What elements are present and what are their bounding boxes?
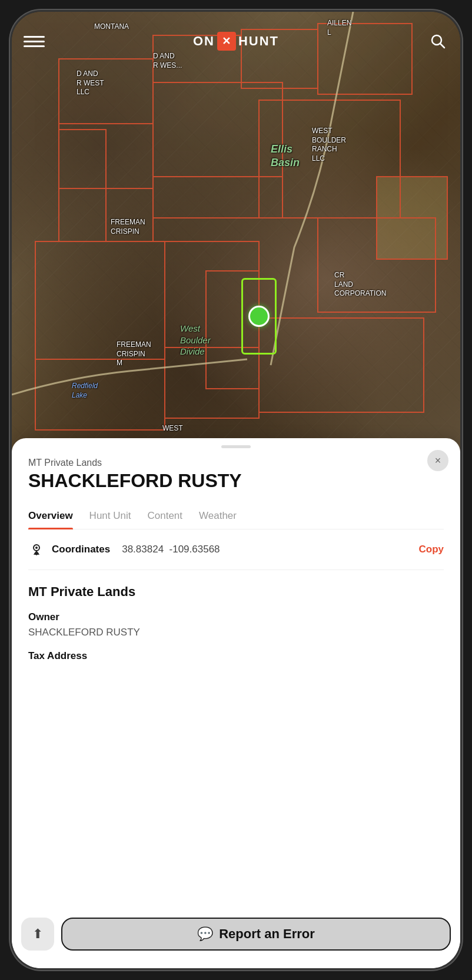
close-button[interactable]: × <box>427 450 448 471</box>
owner-label: Owner <box>28 611 444 623</box>
search-icon <box>430 34 446 49</box>
sheet-handle <box>221 445 251 448</box>
report-error-button[interactable]: 💬 Report an Error <box>61 918 451 951</box>
logo-on: ON <box>193 34 215 49</box>
bottom-action-bar: ⬆ 💬 Report an Error <box>12 911 460 968</box>
map-label-redfield-lake: RedfieldLake <box>72 382 98 400</box>
hamburger-line-3 <box>24 45 45 47</box>
location-marker <box>241 278 277 355</box>
svg-rect-12 <box>259 318 424 412</box>
details-section: MT Private Lands Owner SHACKLEFORD RUSTY… <box>28 570 444 662</box>
report-error-label: Report an Error <box>219 926 315 942</box>
search-button[interactable] <box>427 31 448 52</box>
logo-x-icon: ✕ <box>217 32 236 51</box>
bottom-sheet: × MT Private Lands SHACKLEFORD RUSTY Ove… <box>12 438 460 968</box>
pin-icon <box>28 541 45 558</box>
map-label-cr-land: CRLANDCORPORATION <box>334 271 386 299</box>
svg-rect-0 <box>59 59 153 124</box>
tabs-row: Overview Hunt Unit Content Weather <box>28 503 444 529</box>
map-label-freeman-crispin-m: FREEMANCRISPINM <box>117 340 151 368</box>
copy-button[interactable]: Copy <box>419 544 444 555</box>
coordinates-values: 38.83824 -109.63568 <box>122 544 411 555</box>
tab-content[interactable]: Content <box>147 503 182 529</box>
sheet-content: MT Private Lands SHACKLEFORD RUSTY Overv… <box>12 458 460 662</box>
phone-frame: MONTANA D ANDR WES... D ANDR WESTLLC WES… <box>12 12 460 968</box>
map-view[interactable]: MONTANA D ANDR WES... D ANDR WESTLLC WES… <box>12 12 460 459</box>
owner-value: SHACKLEFORD RUSTY <box>28 627 444 638</box>
map-label-west: WEST <box>162 424 183 433</box>
svg-point-20 <box>35 547 38 549</box>
logo: ON ✕ HUNT <box>193 32 279 51</box>
map-label-d-r-west-llc: D ANDR WESTLLC <box>77 69 104 97</box>
location-dot <box>248 306 270 327</box>
chat-bubble-icon: 💬 <box>197 926 213 942</box>
svg-line-18 <box>440 44 444 48</box>
coordinates-label: Coordinates <box>52 544 110 555</box>
logo-hunt: HUNT <box>238 34 279 49</box>
tax-address-label: Tax Address <box>28 650 444 662</box>
coordinates-row: Coordinates 38.83824 -109.63568 Copy <box>28 529 444 570</box>
map-header: ON ✕ HUNT <box>12 12 460 59</box>
property-title: SHACKLEFORD RUSTY <box>28 471 444 491</box>
map-label-freeman-crispin: FREEMANCRISPIN <box>111 218 145 236</box>
share-button[interactable]: ⬆ <box>21 918 54 951</box>
share-icon: ⬆ <box>32 926 43 942</box>
tab-hunt-unit[interactable]: Hunt Unit <box>89 503 131 529</box>
tab-overview[interactable]: Overview <box>28 503 73 529</box>
location-pin-icon <box>29 542 44 557</box>
section-title: MT Private Lands <box>28 584 444 600</box>
property-category: MT Private Lands <box>28 458 444 468</box>
hamburger-line-1 <box>24 36 45 38</box>
map-label-west-boulder-ranch: WESTBOULDERRANCHLLC <box>312 127 346 163</box>
svg-rect-6 <box>153 82 282 177</box>
map-label-west-boulder-divide: WestBoulderDivide <box>180 323 211 357</box>
svg-rect-11 <box>165 347 259 418</box>
tab-weather[interactable]: Weather <box>199 503 237 529</box>
map-label-ellis-basin: EllisBasin <box>271 143 300 170</box>
hamburger-line-2 <box>24 41 45 42</box>
menu-button[interactable] <box>24 31 45 52</box>
